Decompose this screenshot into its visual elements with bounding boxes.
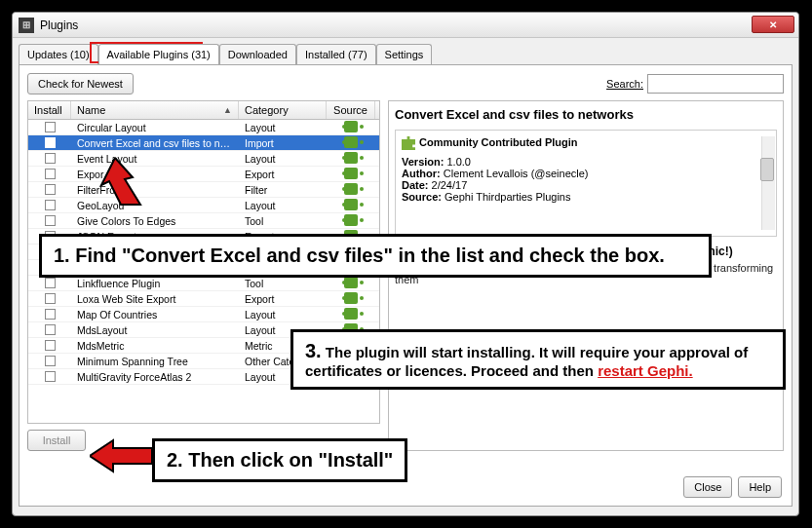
close-button[interactable]: Close: [683, 476, 732, 498]
table-row[interactable]: Event LayoutLayout: [28, 151, 379, 167]
annotation-step1: 1. Find "Convert Excel and csv files" in…: [39, 234, 712, 278]
row-category: Import: [239, 136, 327, 150]
row-name: MultiGravity ForceAtlas 2: [71, 370, 239, 384]
install-checkbox[interactable]: [45, 200, 56, 210]
titlebar[interactable]: ⊞ Plugins ✕: [13, 13, 798, 38]
author-label: Author:: [402, 168, 441, 179]
install-checkbox[interactable]: [45, 169, 56, 179]
install-checkbox[interactable]: [45, 137, 56, 148]
table-row[interactable]: FilterFroFilter: [28, 182, 379, 198]
source-icon: [344, 292, 358, 304]
row-name: Loxa Web Site Export: [71, 292, 239, 306]
col-header-name[interactable]: Name▲: [71, 101, 239, 119]
source-icon: [344, 183, 358, 195]
table-row[interactable]: Loxa Web Site ExportExport: [28, 291, 379, 307]
row-name: Minimum Spanning Tree: [71, 355, 239, 368]
tab-bar: Updates (10) Available Plugins (31) Down…: [19, 44, 793, 64]
row-name: Linkfluence Plugin: [71, 277, 239, 290]
annotation-arrow-2: [90, 438, 152, 473]
row-name: Circular Layout: [71, 121, 239, 134]
table-row[interactable]: Give Colors To EdgesTool: [28, 213, 379, 229]
source-icon: [344, 199, 358, 210]
community-label: Community Contributed Plugin: [419, 136, 578, 148]
app-icon: ⊞: [19, 18, 34, 33]
install-button[interactable]: Install: [27, 430, 86, 451]
source-icon: [344, 308, 358, 320]
search-input[interactable]: [647, 74, 784, 94]
source-icon: [344, 168, 358, 179]
table-row[interactable]: Circular LayoutLayout: [28, 120, 379, 135]
install-checkbox[interactable]: [45, 309, 56, 320]
row-category: Layout: [239, 152, 327, 166]
source-icon: [344, 214, 358, 226]
version-value: 1.0.0: [446, 156, 470, 168]
search-label: Search:: [606, 78, 643, 90]
tab-settings[interactable]: Settings: [376, 44, 433, 64]
check-for-newest-button[interactable]: Check for Newest: [27, 73, 134, 94]
install-checkbox[interactable]: [45, 371, 56, 382]
col-header-source[interactable]: Source: [327, 101, 375, 119]
annotation-step3: 3. The plugin will start installing. It …: [290, 329, 786, 390]
install-checkbox[interactable]: [45, 278, 56, 288]
source-icon: [344, 277, 358, 288]
tab-updates[interactable]: Updates (10): [19, 44, 98, 64]
detail-meta-box: Community Contributed Plugin Version: 1.…: [395, 130, 777, 237]
row-category: Tool: [239, 277, 327, 290]
annotation-arrow-1: [97, 158, 156, 216]
svg-marker-0: [101, 158, 140, 205]
tab-available-plugins[interactable]: Available Plugins (31): [98, 44, 219, 64]
author-value: Clement Levallois (@seinecle): [444, 168, 589, 179]
row-category: Filter: [239, 183, 327, 197]
svg-marker-1: [90, 440, 152, 471]
scrollbar-thumb[interactable]: [760, 158, 774, 181]
table-row[interactable]: Linkfluence PluginTool: [28, 276, 379, 291]
row-name: MdsLayout: [71, 323, 239, 337]
source-icon: [344, 136, 358, 148]
source-icon: [344, 121, 358, 132]
table-row[interactable]: GeoLayouLayout: [28, 198, 379, 213]
row-name: Map Of Countries: [71, 308, 239, 321]
annotation-step2: 2. Then click on "Install": [152, 438, 407, 482]
row-category: Tool: [239, 214, 327, 228]
col-header-install[interactable]: Install: [28, 101, 71, 119]
source-value: Gephi Thirdparties Plugins: [445, 191, 570, 203]
install-checkbox[interactable]: [45, 340, 56, 351]
row-category: Layout: [239, 199, 327, 212]
table-row[interactable]: Expor rthExport: [28, 167, 379, 182]
row-category: Export: [239, 168, 327, 181]
install-checkbox[interactable]: [45, 215, 56, 226]
tab-installed[interactable]: Installed (77): [296, 44, 376, 64]
col-header-category[interactable]: Category: [239, 101, 327, 119]
window-title: Plugins: [40, 19, 78, 32]
row-category: Layout: [239, 308, 327, 321]
scrollbar[interactable]: [761, 136, 775, 230]
row-category: Layout: [239, 121, 327, 134]
table-header: Install Name▲ Category Source: [28, 101, 379, 120]
install-checkbox[interactable]: [45, 122, 56, 132]
sort-asc-icon: ▲: [223, 105, 232, 115]
install-checkbox[interactable]: [45, 356, 56, 366]
version-label: Version:: [402, 156, 444, 168]
tab-downloaded[interactable]: Downloaded: [219, 44, 296, 64]
date-label: Date:: [402, 179, 429, 191]
row-category: Export: [239, 292, 327, 306]
detail-title: Convert Excel and csv files to networks: [395, 107, 777, 122]
date-value: 2/24/17: [432, 179, 468, 191]
install-checkbox[interactable]: [45, 293, 56, 304]
row-name: Convert Excel and csv files to net...: [71, 136, 239, 150]
source-label: Source:: [402, 191, 442, 203]
help-button[interactable]: Help: [738, 476, 782, 498]
window-close-button[interactable]: ✕: [752, 16, 794, 33]
install-checkbox[interactable]: [45, 324, 56, 335]
table-row[interactable]: Convert Excel and csv files to net...Imp…: [28, 135, 379, 151]
source-icon: [344, 152, 358, 164]
row-name: MdsMetric: [71, 339, 239, 353]
install-checkbox[interactable]: [45, 153, 56, 164]
puzzle-icon: [402, 136, 415, 150]
install-checkbox[interactable]: [45, 184, 56, 195]
table-row[interactable]: Map Of CountriesLayout: [28, 307, 379, 322]
